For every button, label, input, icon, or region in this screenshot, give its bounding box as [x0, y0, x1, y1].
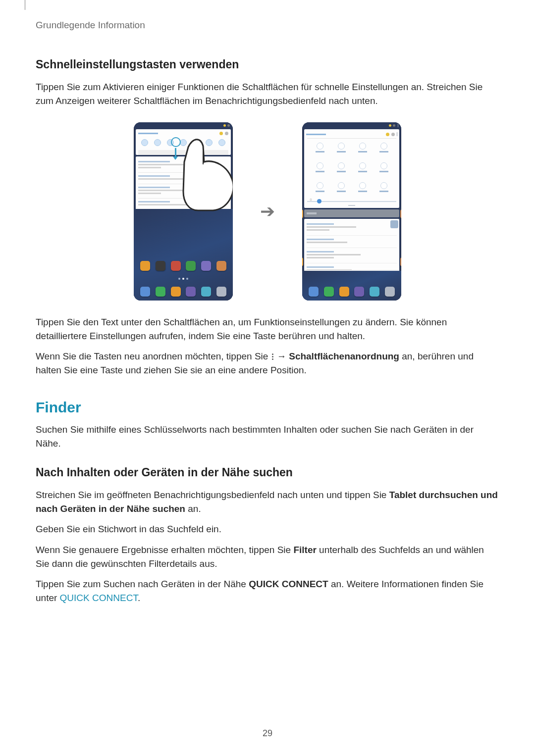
illustration-phone-after — [302, 122, 401, 301]
text-fragment: → — [274, 351, 289, 361]
link-quick-connect[interactable]: QUICK CONNECT — [60, 593, 138, 603]
heading-quick-settings: Schnelleinstellungstasten verwenden — [36, 58, 499, 71]
text-bold: Schaltflächenanordnung — [289, 351, 399, 361]
swipe-down-indicator — [171, 137, 181, 162]
figure-quick-settings-swipe: ➔ — [36, 122, 499, 301]
paragraph: Geben Sie ein Stichwort in das Suchfeld … — [36, 522, 499, 536]
running-header: Grundlegende Information — [36, 20, 499, 31]
heading-finder: Finder — [36, 399, 499, 416]
text-fragment: . — [138, 593, 140, 603]
paragraph: Wenn Sie genauere Ergebnisse erhalten mö… — [36, 543, 499, 570]
heading-search-nearby: Nach Inhalten oder Geräten in der Nähe s… — [36, 466, 499, 479]
text-fragment: Wenn Sie die Tasten neu anordnen möchten… — [36, 351, 271, 361]
text-bold: Filter — [293, 545, 316, 555]
text-fragment: Tippen Sie zum Suchen nach Geräten in de… — [36, 579, 249, 589]
paragraph: Suchen Sie mithilfe eines Schlüsselworts… — [36, 423, 499, 450]
paragraph: Tippen Sie den Text unter den Schaltfläc… — [36, 315, 499, 343]
text-fragment: Streichen Sie im geöffneten Benachrichti… — [36, 490, 389, 500]
text-fragment: an. — [185, 504, 201, 514]
text-bold: QUICK CONNECT — [249, 579, 328, 589]
arrow-right-icon: ➔ — [260, 201, 275, 222]
page-number: 29 — [0, 728, 535, 739]
illustration-phone-before — [134, 122, 233, 301]
text-fragment: Wenn Sie genauere Ergebnisse erhalten mö… — [36, 545, 293, 555]
paragraph: Wenn Sie die Tasten neu anordnen möchten… — [36, 350, 499, 377]
paragraph: Tippen Sie zum Suchen nach Geräten in de… — [36, 577, 499, 605]
more-options-icon — [272, 353, 273, 360]
paragraph: Streichen Sie im geöffneten Benachrichti… — [36, 488, 499, 515]
paragraph: Tippen Sie zum Aktivieren einiger Funkti… — [36, 80, 499, 107]
